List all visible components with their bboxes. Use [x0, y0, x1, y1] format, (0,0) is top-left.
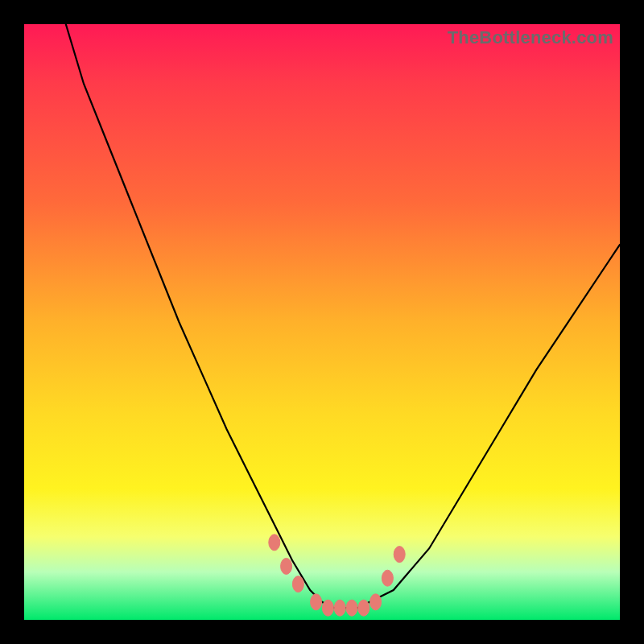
curve-marker: [358, 600, 369, 616]
curve-marker: [382, 570, 393, 586]
curve-marker: [322, 600, 333, 616]
curve-marker: [311, 594, 322, 610]
marker-group: [269, 535, 405, 616]
curve-marker: [292, 576, 303, 592]
curve-path: [66, 24, 620, 608]
chart-frame: TheBottleneck.com: [0, 0, 644, 644]
curve-marker: [394, 547, 405, 563]
curve-marker: [334, 600, 345, 616]
curve-marker: [281, 558, 292, 574]
curve-marker: [370, 594, 382, 610]
curve-marker: [269, 535, 280, 551]
bottleneck-curve: [24, 24, 620, 620]
plot-area: TheBottleneck.com: [24, 24, 620, 620]
curve-marker: [346, 600, 357, 616]
